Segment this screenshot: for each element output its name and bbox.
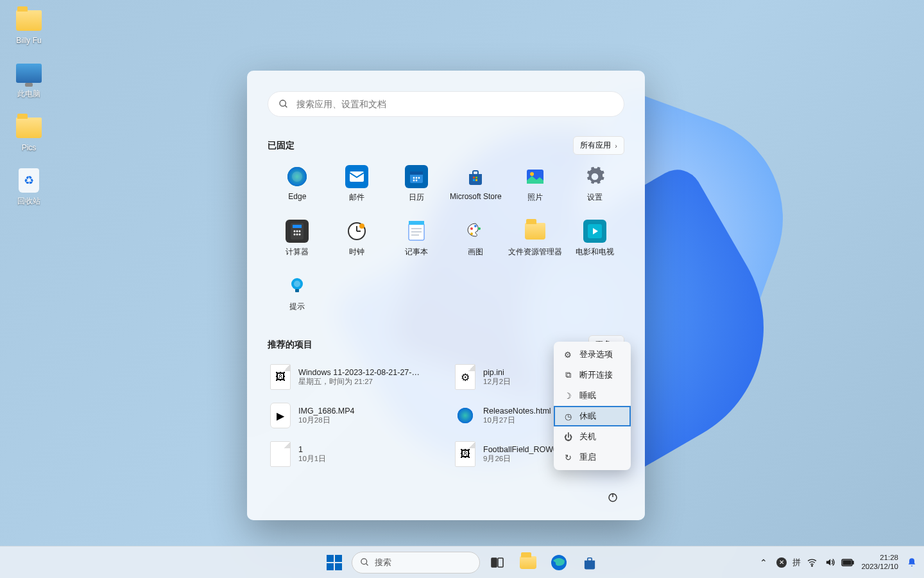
pinned-app-tips[interactable]: 提示 bbox=[268, 272, 327, 315]
task-view-button[interactable] bbox=[484, 549, 511, 576]
pinned-app-explorer[interactable]: 文件资源管理器 bbox=[506, 217, 565, 260]
desktop-item-this-pc[interactable]: 此电脑 bbox=[6, 59, 51, 100]
speaker-icon bbox=[825, 557, 835, 568]
power-menu-shutdown[interactable]: ⏻关机 bbox=[554, 426, 631, 447]
power-menu-restart[interactable]: ↻重启 bbox=[554, 447, 631, 468]
start-search[interactable] bbox=[268, 91, 624, 117]
pinned-header: 已固定 bbox=[268, 140, 295, 152]
taskbar-app-explorer[interactable] bbox=[515, 549, 542, 576]
search-input[interactable] bbox=[296, 99, 613, 109]
clock-time: 21:28 bbox=[861, 554, 898, 562]
desktop-item-user-folder[interactable]: Billy Fu bbox=[6, 6, 51, 45]
svg-point-26 bbox=[296, 234, 298, 236]
svg-point-25 bbox=[294, 234, 296, 236]
movies-icon bbox=[583, 220, 606, 243]
paint-icon bbox=[464, 220, 487, 243]
svg-point-9 bbox=[415, 177, 417, 179]
tray-overflow-button[interactable]: ⌃ bbox=[757, 556, 771, 570]
svg-point-11 bbox=[413, 180, 415, 182]
pinned-app-calendar[interactable]: 日历 bbox=[386, 162, 446, 206]
recommended-item[interactable]: 🖼Windows 11-2023-12-08-21-27-47.p...星期五，… bbox=[268, 362, 440, 392]
taskbar-app-edge[interactable] bbox=[545, 549, 572, 576]
desktop-item-pics[interactable]: Pics bbox=[6, 114, 51, 152]
pinned-app-calculator[interactable]: 计算器 bbox=[268, 217, 327, 260]
windows-logo-icon bbox=[327, 555, 342, 570]
rec-date: 10月1日 bbox=[298, 454, 326, 464]
power-menu-disconnect[interactable]: ⧉断开连接 bbox=[554, 365, 631, 385]
svg-point-10 bbox=[418, 177, 420, 179]
video-file-icon: ▶ bbox=[270, 403, 291, 428]
wifi-button[interactable] bbox=[805, 556, 819, 570]
notifications-button[interactable] bbox=[905, 556, 919, 570]
restart-icon: ↻ bbox=[563, 452, 573, 462]
rec-name: 1 bbox=[298, 445, 326, 454]
svg-rect-13 bbox=[473, 171, 478, 175]
pinned-app-photos[interactable]: 照片 bbox=[506, 162, 565, 206]
pinned-app-notepad[interactable]: 记事本 bbox=[386, 217, 446, 260]
pinned-app-settings[interactable]: 设置 bbox=[565, 162, 624, 206]
app-label: 照片 bbox=[527, 192, 543, 203]
svg-point-56 bbox=[812, 565, 812, 566]
svg-point-24 bbox=[299, 231, 301, 232]
volume-button[interactable] bbox=[823, 556, 837, 570]
recommended-item[interactable]: 110月1日 bbox=[268, 439, 440, 469]
app-label: 计算器 bbox=[286, 247, 309, 258]
desktop-item-label: Pics bbox=[22, 143, 37, 152]
power-button[interactable] bbox=[601, 486, 624, 509]
all-apps-button[interactable]: 所有应用 › bbox=[573, 136, 624, 155]
gear-icon: ⚙ bbox=[563, 349, 573, 360]
power-icon bbox=[607, 491, 619, 503]
power-menu-sleep[interactable]: ☽睡眠 bbox=[554, 385, 631, 406]
app-label: 设置 bbox=[587, 192, 603, 203]
pinned-app-paint[interactable]: 画图 bbox=[446, 217, 506, 260]
explorer-icon bbox=[524, 220, 547, 243]
search-icon bbox=[278, 99, 289, 109]
taskbar-search[interactable]: 搜索 bbox=[352, 552, 480, 574]
store-icon bbox=[581, 554, 598, 571]
rec-name: IMG_1686.MP4 bbox=[298, 407, 355, 416]
moon-icon: ☽ bbox=[563, 390, 573, 401]
start-menu: 已固定 所有应用 › Edge 邮件 日历 Microsoft Store 照片… bbox=[247, 71, 645, 520]
power-menu-signin-options[interactable]: ⚙登录选项 bbox=[554, 344, 631, 365]
taskbar-app-store[interactable] bbox=[576, 549, 603, 576]
rec-name: pip.ini bbox=[483, 368, 511, 377]
image-file-icon: 🖼 bbox=[270, 364, 291, 390]
svg-line-1 bbox=[285, 105, 287, 107]
battery-button[interactable] bbox=[841, 556, 855, 570]
svg-point-19 bbox=[530, 172, 534, 176]
clock-button[interactable]: 21:28 2023/12/10 bbox=[859, 554, 901, 570]
settings-icon bbox=[583, 165, 606, 188]
svg-point-12 bbox=[415, 180, 417, 182]
pinned-app-mail[interactable]: 邮件 bbox=[327, 162, 387, 206]
rec-date: 星期五，时间为 21:27 bbox=[298, 377, 420, 387]
tray-status-icon[interactable]: ✕ bbox=[774, 556, 789, 570]
desktop-item-recycle-bin[interactable]: ♻ 回收站 bbox=[6, 166, 51, 207]
pinned-app-movies[interactable]: 电影和电视 bbox=[565, 217, 624, 260]
app-label: 日历 bbox=[409, 192, 424, 203]
app-label: 邮件 bbox=[349, 192, 364, 203]
svg-line-51 bbox=[366, 563, 368, 565]
svg-rect-7 bbox=[410, 171, 423, 175]
pinned-app-edge[interactable]: Edge bbox=[268, 162, 327, 206]
calculator-icon bbox=[286, 220, 309, 243]
svg-point-47 bbox=[458, 408, 473, 423]
mail-icon bbox=[345, 165, 368, 188]
rec-name: ReleaseNotes.html bbox=[483, 407, 551, 416]
calendar-icon bbox=[405, 165, 428, 188]
recommended-header: 推荐的项目 bbox=[268, 339, 312, 351]
pm-label: 休眠 bbox=[579, 410, 596, 422]
svg-point-45 bbox=[294, 281, 300, 287]
svg-point-40 bbox=[470, 232, 473, 235]
start-button[interactable] bbox=[321, 549, 348, 576]
recommended-item[interactable]: ▶IMG_1686.MP410月28日 bbox=[268, 400, 440, 431]
svg-point-37 bbox=[470, 227, 473, 230]
ime-indicator[interactable]: 拼 bbox=[792, 556, 801, 570]
svg-point-4 bbox=[292, 171, 302, 182]
pm-label: 重启 bbox=[579, 451, 596, 463]
pinned-app-store[interactable]: Microsoft Store bbox=[446, 162, 506, 206]
rec-date: 12月2日 bbox=[483, 377, 511, 387]
power-menu-hibernate[interactable]: ◷休眠 bbox=[554, 406, 631, 426]
clock-sleep-icon: ◷ bbox=[563, 411, 573, 421]
pinned-grid: Edge 邮件 日历 Microsoft Store 照片 设置 计算器 时钟 … bbox=[268, 162, 624, 315]
pinned-app-clock[interactable]: 时钟 bbox=[327, 217, 387, 260]
